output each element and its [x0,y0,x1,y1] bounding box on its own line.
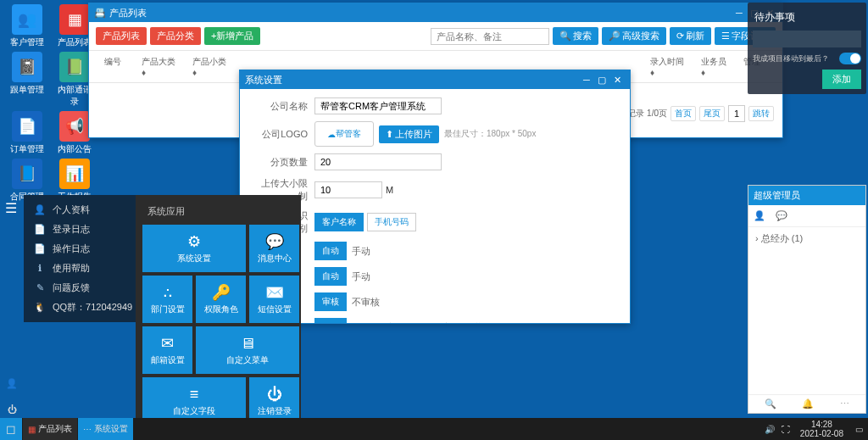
pager-last[interactable]: 尾页 [699,106,725,121]
close-button[interactable]: ✕ [609,75,625,86]
todo-toggle[interactable] [839,53,861,64]
app-role-settings[interactable]: 🔑权限角色 [196,276,246,323]
upload-unit: M [386,185,393,195]
chat-icon: 💬 [265,232,284,251]
logo-hint: 最佳尺寸：180px * 50px [444,128,536,140]
log-icon: 📄 [34,224,46,235]
user-icon[interactable]: 👤 [6,378,18,389]
text-notip: 不提示 [352,321,380,324]
feedback-icon: ✎ [34,282,46,293]
pill-dup-phone[interactable]: 手机号码 [367,213,416,231]
pill-audit[interactable]: 审核 [314,292,347,311]
pill-tip[interactable]: 提示 [314,318,347,323]
btn-add-product[interactable]: +新增产品 [204,27,260,45]
toolbar: 产品列表 产品分类 +新增产品 🔍搜索 🔎高级搜索 ⟳刷新 ☰字段设置 [89,22,782,51]
btn-refresh[interactable]: ⟳刷新 [670,27,711,45]
btn-adv-search[interactable]: 🔎高级搜索 [602,27,666,45]
chat-tree-node[interactable]: › 总经办 (1) [748,227,865,250]
text-manual-1: 手动 [352,245,370,258]
chat-title: 超级管理员 [748,186,865,205]
col-time[interactable]: 录入时间 ♦ [643,56,694,77]
taskbar: ◻ ▦产品列表 ⋯系统设置 🔊 ⛶ 14:282021-02-08 ▭ [0,418,868,440]
taskbar-clock: 14:282021-02-08 [793,420,850,438]
settings-icon: ☰ [721,31,730,42]
titlebar-settings[interactable]: 系统设置 ─ ▢ ✕ [240,70,630,89]
notify-icon[interactable]: 🔔 [802,398,814,409]
chat-icon[interactable]: 💬 [776,210,787,221]
label-logo: 公司LOGO [253,128,314,141]
chat-panel: 超级管理员 👤 💬 › 总经办 (1) 🔍 🔔 ⋯ [748,185,866,414]
pager: 0 条记录 1/0页 首页 尾页 跳转 [612,105,774,122]
app-message-center[interactable]: 💬消息中心 [249,225,299,272]
taskbar-item-settings[interactable]: ⋯系统设置 [78,418,133,440]
gear-icon: ⚙ [187,232,201,251]
pill-auto-2[interactable]: 自动 [314,267,347,286]
window-icon: 📇 [94,8,106,19]
logout-icon: ⏻ [267,386,282,404]
label-company: 公司名称 [253,100,314,113]
tray-panel-icon[interactable]: ▭ [855,425,863,434]
qq-icon: 🐧 [34,302,46,313]
menu-icon: 🖥 [240,335,255,353]
pill-auto-1[interactable]: 自动 [314,242,347,260]
text-noaudit: 不审核 [352,296,380,309]
col-cat1[interactable]: 产品大类 ♦ [135,56,186,77]
desktop-icon-followup[interactable]: 📓跟单管理 [8,52,46,108]
btn-search[interactable]: 🔍搜索 [553,27,598,45]
log-icon: 📄 [34,243,46,254]
minimize-button[interactable]: ─ [732,8,747,18]
col-cat2[interactable]: 产品小类 ♦ [186,56,236,77]
todo-search[interactable] [753,31,861,47]
pager-go[interactable]: 跳转 [748,106,774,121]
more-icon[interactable]: ⋯ [840,398,849,409]
power-icon[interactable]: ⏻ [8,404,17,415]
start-button[interactable]: ◻ [0,418,22,440]
text-manual-2: 手动 [352,270,370,283]
key-icon: 🔑 [212,283,231,302]
col-sales[interactable]: 业务员 ♦ [694,56,737,77]
appgrid-title: 系统应用 [147,205,289,218]
app-sms-settings[interactable]: ✉️短信设置 [249,276,299,323]
maximize-button[interactable]: ▢ [594,75,609,86]
minimize-button[interactable]: ─ [579,75,594,85]
tray-sound-icon[interactable]: 🔊 [765,425,775,434]
fields-icon: ≡ [190,386,199,404]
tip-hint: 选择提示页面刷新将会延迟 [385,321,487,323]
logo-preview: ☁ 帮管客 [314,121,374,147]
todo-panel: 待办事项 我成项目移动到最后？ 添加 [748,3,866,94]
search-icon[interactable]: 🔍 [765,398,776,409]
app-grid: 系统应用 ⚙系统设置 💬消息中心 ⛬部门设置 🔑权限角色 ✉️短信设置 ✉邮箱设… [136,195,301,432]
app-system-settings[interactable]: ⚙系统设置 [142,225,246,272]
help-icon: ℹ [34,263,46,274]
mail-icon: ✉ [161,334,174,353]
pager-page-input[interactable] [728,105,745,122]
app-dept-settings[interactable]: ⛬部门设置 [142,276,192,323]
btn-upload-logo[interactable]: ⬆ 上传图片 [379,125,439,143]
app-custom-menu[interactable]: 🖥自定义菜单 [196,326,299,374]
desktop-icon-customers[interactable]: 👥客户管理 [8,4,46,48]
org-icon: ⛬ [160,284,175,302]
user-icon: 👤 [34,204,46,215]
app-mail-settings[interactable]: ✉邮箱设置 [142,326,192,374]
hamburger-btn[interactable]: ☰ [5,200,17,216]
search-icon: 🔍 [559,31,571,42]
input-company[interactable] [314,97,442,114]
btn-product-category[interactable]: 产品分类 [150,27,201,45]
titlebar-products[interactable]: 📇产品列表 ─ ▢ ✕ [89,3,782,22]
col-id[interactable]: 编号 [97,56,135,77]
taskbar-item-products[interactable]: ▦产品列表 [23,418,77,440]
todo-title: 待办事项 [753,8,861,27]
input-pagesize[interactable] [314,153,442,170]
todo-add-button[interactable]: 添加 [822,70,861,89]
menu-bottom-icons: 👤 ⏻ [0,378,24,415]
search-input[interactable] [431,28,549,45]
contacts-icon[interactable]: 👤 [754,210,765,221]
todo-hint: 我成项目移动到最后？ [753,53,829,64]
window-title: 系统设置 [245,74,282,86]
btn-product-list[interactable]: 产品列表 [96,27,147,45]
tray-fullscreen-icon[interactable]: ⛶ [782,425,790,434]
input-uploadsize[interactable] [314,181,382,198]
pager-first[interactable]: 首页 [670,106,696,121]
pill-dup-name[interactable]: 客户名称 [314,213,364,231]
desktop-icon-orders[interactable]: 📄订单管理 [8,111,46,155]
